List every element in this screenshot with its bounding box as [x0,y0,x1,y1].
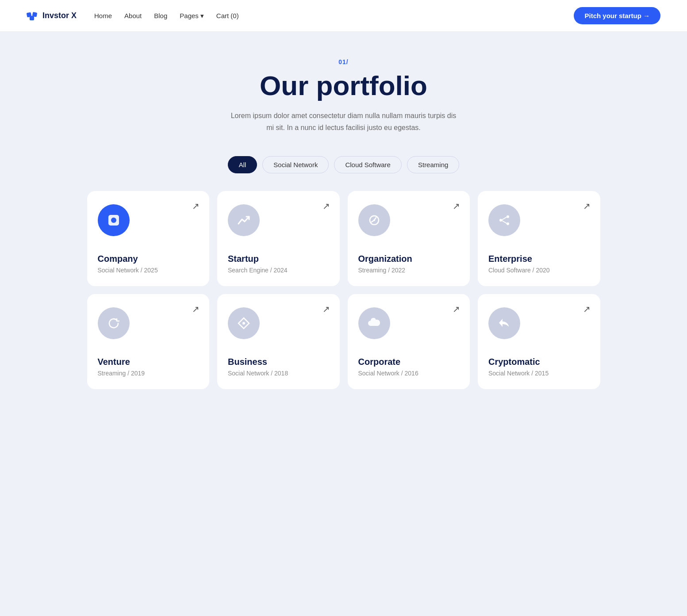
logo[interactable]: Invstor X [27,10,77,22]
card-arrow-icon: ↗ [192,304,200,314]
card-meta: Streaming / 2019 [98,370,199,377]
svg-line-11 [502,221,507,223]
card-meta: Social Network / 2015 [488,370,590,377]
card-name: Organization [358,254,460,264]
portfolio-card-organization[interactable]: ↗ Organization Streaming / 2022 [348,191,470,286]
card-name: Company [98,254,199,264]
portfolio-card-venture[interactable]: ↗ Venture Streaming / 2019 [87,294,210,389]
card-name: Enterprise [488,254,590,264]
card-name: Corporate [358,357,460,367]
card-name: Startup [228,254,329,264]
card-icon-business [228,307,260,339]
svg-line-10 [502,217,507,220]
refresh-icon [106,315,122,331]
diamond-icon [236,315,252,331]
card-meta: Social Network / 2016 [358,370,460,377]
portfolio-card-cryptomatic[interactable]: ↗ Cryptomatic Social Network / 2015 [478,294,600,389]
svg-point-9 [507,222,509,225]
card-arrow-icon: ↗ [322,201,330,211]
svg-rect-2 [30,16,34,20]
pitch-startup-button[interactable]: Pitch your startup → [574,7,660,24]
card-icon-enterprise [488,204,520,236]
card-name: Business [228,357,329,367]
portfolio-card-enterprise[interactable]: ↗ Enterprise Cloud Software / 2020 [478,191,600,286]
svg-point-7 [499,219,502,222]
square-dot-icon [106,212,122,228]
svg-point-8 [507,215,509,218]
card-meta: Streaming / 2022 [358,267,460,274]
card-icon-startup [228,204,260,236]
logo-icon [27,10,39,22]
filter-all[interactable]: All [228,156,257,173]
card-meta: Social Network / 2025 [98,267,199,274]
nav-link-home[interactable]: Home [94,12,112,19]
card-meta: Social Network / 2018 [228,370,329,377]
card-name: Venture [98,357,199,367]
card-arrow-icon: ↗ [322,304,330,314]
card-meta: Cloud Software / 2020 [488,267,590,274]
nav-links: Home About Blog Pages ▾ Cart (0) [94,12,239,20]
svg-point-4 [111,218,116,223]
nav-link-blog[interactable]: Blog [154,12,167,19]
nav-item-pages[interactable]: Pages ▾ [180,12,204,20]
nav-link-cart[interactable]: Cart (0) [216,12,239,19]
filter-social-network[interactable]: Social Network [262,156,329,173]
nav-item-cart[interactable]: Cart (0) [216,12,239,20]
card-arrow-icon: ↗ [453,304,460,314]
portfolio-card-corporate[interactable]: ↗ Corporate Social Network / 2016 [348,294,470,389]
card-icon-company [98,204,130,236]
trending-icon [236,212,252,228]
portfolio-grid: ↗ Company Social Network / 2025 ↗ St [87,191,600,389]
hero-section: 01/ Our portfolio Lorem ipsum dolor amet… [87,58,600,134]
gauge-icon [366,212,382,228]
card-icon-organization [358,204,390,236]
card-meta: Search Engine / 2024 [228,267,329,274]
cloud-icon [366,315,382,331]
card-arrow-icon: ↗ [583,201,591,211]
svg-point-13 [242,322,245,325]
page-title: Our portfolio [87,71,600,101]
nav-link-about[interactable]: About [124,12,142,19]
card-arrow-icon: ↗ [583,304,591,314]
chevron-down-icon: ▾ [200,12,204,20]
card-arrow-icon: ↗ [453,201,460,211]
nav-left: Invstor X Home About Blog Pages ▾ Cart (… [27,10,239,22]
share-icon [496,212,512,228]
navbar: Invstor X Home About Blog Pages ▾ Cart (… [0,0,687,32]
nav-item-home[interactable]: Home [94,12,112,20]
section-number: 01/ [87,58,600,65]
main-content: 01/ Our portfolio Lorem ipsum dolor amet… [78,32,609,425]
reply-icon [496,315,512,331]
portfolio-card-company[interactable]: ↗ Company Social Network / 2025 [87,191,210,286]
filter-bar: All Social Network Cloud Software Stream… [87,156,600,173]
card-icon-cryptomatic [488,307,520,339]
nav-item-about[interactable]: About [124,12,142,20]
card-name: Cryptomatic [488,357,590,367]
portfolio-card-business[interactable]: ↗ Business Social Network / 2018 [217,294,340,389]
card-icon-venture [98,307,130,339]
card-icon-corporate [358,307,390,339]
nav-link-pages[interactable]: Pages ▾ [180,12,204,20]
portfolio-card-startup[interactable]: ↗ Startup Search Engine / 2024 [217,191,340,286]
logo-text: Invstor X [42,11,77,20]
card-arrow-icon: ↗ [192,201,200,211]
filter-streaming[interactable]: Streaming [407,156,459,173]
nav-item-blog[interactable]: Blog [154,12,167,20]
svg-point-6 [373,219,375,221]
hero-description: Lorem ipsum dolor amet consectetur diam … [229,110,459,134]
filter-cloud-software[interactable]: Cloud Software [334,156,402,173]
